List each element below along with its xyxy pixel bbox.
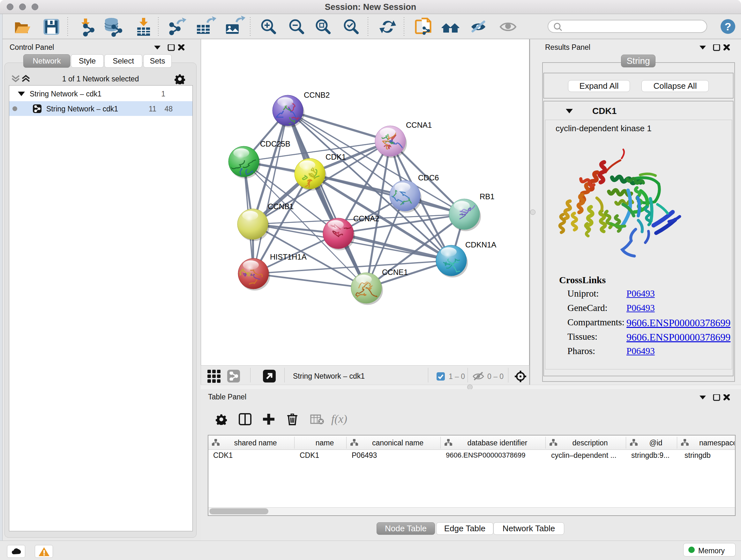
svg-text:CCNB1: CCNB1 <box>268 202 293 211</box>
svg-text:CCNB2: CCNB2 <box>304 91 330 99</box>
svg-text:CDKN1A: CDKN1A <box>465 240 496 249</box>
svg-text:RB1: RB1 <box>480 192 495 201</box>
svg-text:CDC6: CDC6 <box>418 173 439 182</box>
svg-text:CCNE1: CCNE1 <box>382 268 408 276</box>
svg-text:CCNA1: CCNA1 <box>406 121 432 129</box>
svg-text:CDC25B: CDC25B <box>260 139 290 148</box>
svg-text:HIST1H1A: HIST1H1A <box>270 253 307 261</box>
svg-text:CCNA2: CCNA2 <box>353 214 379 223</box>
svg-text:CDK1: CDK1 <box>326 152 346 161</box>
